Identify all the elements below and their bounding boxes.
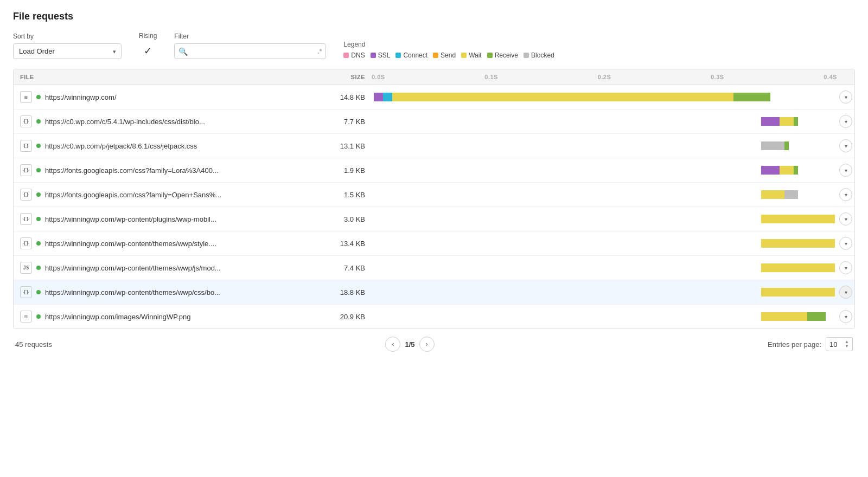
table-row: {} https://fonts.googleapis.com/css?fami… <box>14 158 854 183</box>
size-cell: 3.0 KB <box>317 211 372 228</box>
stepper-down-icon[interactable]: ▼ <box>845 344 849 349</box>
column-file: FILE <box>14 69 317 85</box>
timeline-bar-container <box>374 190 835 199</box>
column-timeline: 0.0s0.1s0.2s0.3s0.4s <box>372 69 837 85</box>
expand-button[interactable]: ▾ <box>839 188 852 201</box>
file-cell: {} https://fonts.googleapis.com/css?fami… <box>14 160 317 181</box>
file-url[interactable]: https://winningwp.com/images/WinningWP.p… <box>45 313 191 321</box>
size-cell: 14.8 KB <box>317 89 372 106</box>
file-cell: {} https://c0.wp.com/c/5.4.1/wp-includes… <box>14 111 317 132</box>
legend-item-connect: Connect <box>395 51 427 59</box>
legend-item-wait: Wait <box>461 51 482 59</box>
size-cell: 13.1 KB <box>317 138 372 154</box>
legend-item-send: Send <box>433 51 456 59</box>
entries-stepper[interactable]: 10 ▲ ▼ <box>826 337 853 351</box>
table-row: ⊞ https://winningwp.com/ 14.8 KB▾ <box>14 85 854 109</box>
timeline-segment <box>374 93 383 101</box>
legend-label-ssl: SSL <box>378 51 391 59</box>
next-page-button[interactable]: › <box>419 337 435 352</box>
table-row: {} https://winningwp.com/wp-content/plug… <box>14 207 854 231</box>
timeline-segment <box>784 190 799 199</box>
expand-button[interactable]: ▾ <box>839 310 852 323</box>
stepper-arrows[interactable]: ▲ ▼ <box>845 340 849 349</box>
expand-cell: ▾ <box>837 283 854 301</box>
timeline-cell <box>372 183 837 207</box>
status-dot <box>36 217 41 221</box>
file-cell: JS https://winningwp.com/wp-content/them… <box>14 257 317 278</box>
sort-by-label: Sort by <box>13 33 122 40</box>
table-header: FILE SIZE 0.0s0.1s0.2s0.3s0.4s <box>14 69 854 85</box>
file-type-icon: {} <box>20 115 32 127</box>
prev-page-button[interactable]: ‹ <box>385 337 400 352</box>
file-cell: {} https://winningwp.com/wp-content/them… <box>14 233 317 254</box>
file-requests-table: FILE SIZE 0.0s0.1s0.2s0.3s0.4s ⊞ https:/… <box>13 69 855 329</box>
legend-color-send <box>433 53 438 58</box>
status-dot <box>36 241 41 246</box>
expand-button[interactable]: ▾ <box>839 212 852 225</box>
timeline-segment <box>761 263 835 272</box>
size-cell: 1.5 KB <box>317 186 372 203</box>
file-url[interactable]: https://c0.wp.com/c/5.4.1/wp-includes/cs… <box>45 118 205 126</box>
file-url[interactable]: https://winningwp.com/wp-content/themes/… <box>45 288 220 296</box>
timeline-cell <box>372 231 837 255</box>
expand-button[interactable]: ▾ <box>839 115 852 128</box>
expand-button[interactable]: ▾ <box>839 139 852 152</box>
timeline-segment <box>733 93 770 101</box>
table-row: {} https://winningwp.com/wp-content/them… <box>14 280 854 305</box>
timeline-bar-container <box>374 312 835 321</box>
sort-by-select[interactable]: Load Order File Size Duration <box>13 43 122 59</box>
timeline-cell <box>372 158 837 182</box>
legend-color-wait <box>461 53 467 58</box>
expand-button[interactable]: ▾ <box>839 261 852 274</box>
size-cell: 20.9 KB <box>317 308 372 325</box>
timeline-segment <box>761 312 807 321</box>
timeline-cell <box>372 109 837 133</box>
timeline-segment <box>392 93 733 101</box>
legend-label-send: Send <box>441 51 456 59</box>
file-url[interactable]: https://c0.wp.com/p/jetpack/8.6.1/css/je… <box>45 142 197 150</box>
timeline-cell <box>372 85 837 109</box>
file-type-icon: {} <box>20 164 32 176</box>
column-expand <box>837 69 854 85</box>
file-url[interactable]: https://winningwp.com/wp-content/plugins… <box>45 215 216 223</box>
file-url[interactable]: https://winningwp.com/ <box>45 93 117 101</box>
legend-item-blocked: Blocked <box>524 51 554 59</box>
table-row: JS https://winningwp.com/wp-content/them… <box>14 256 854 280</box>
rising-label: Rising <box>139 32 157 40</box>
legend-item-ssl: SSL <box>371 51 391 59</box>
file-cell: {} https://winningwp.com/wp-content/them… <box>14 282 317 302</box>
file-url[interactable]: https://fonts.googleapis.com/css?family=… <box>45 166 219 175</box>
column-size: SIZE <box>317 69 372 85</box>
status-dot <box>36 266 41 270</box>
file-cell: ⊞ https://winningwp.com/ <box>14 87 317 107</box>
expand-button[interactable]: ▾ <box>839 91 852 104</box>
expand-button[interactable]: ▾ <box>839 164 852 177</box>
file-cell: {} https://winningwp.com/wp-content/plug… <box>14 209 317 229</box>
legend-color-ssl <box>371 53 376 58</box>
legend-label-blocked: Blocked <box>531 51 554 59</box>
timeline-tick: 0.1s <box>484 74 498 80</box>
timeline-segment <box>807 312 826 321</box>
timeline-bar-container <box>374 117 835 126</box>
expand-button[interactable]: ▾ <box>839 237 852 250</box>
size-cell: 7.4 KB <box>317 260 372 276</box>
entries-value: 10 <box>829 340 837 349</box>
file-url[interactable]: https://winningwp.com/wp-content/themes/… <box>45 240 216 248</box>
size-cell: 1.9 KB <box>317 162 372 179</box>
legend-color-dns <box>343 53 349 58</box>
timeline-segment <box>784 141 789 150</box>
rising-checkmark[interactable]: ✓ <box>142 43 154 59</box>
status-dot <box>36 314 41 319</box>
file-cell: {} https://c0.wp.com/p/jetpack/8.6.1/css… <box>14 136 317 156</box>
legend-item-dns: DNS <box>343 51 365 59</box>
filter-input[interactable] <box>174 43 326 59</box>
requests-count: 45 requests <box>15 340 52 349</box>
status-dot <box>36 95 41 99</box>
file-url[interactable]: https://winningwp.com/wp-content/themes/… <box>45 264 221 272</box>
expand-button[interactable]: ▾ <box>839 286 852 299</box>
size-cell: 13.4 KB <box>317 235 372 252</box>
table-row: {} https://fonts.googleapis.com/css?fami… <box>14 183 854 207</box>
entries-per-page-label: Entries per page: <box>768 340 821 349</box>
file-url[interactable]: https://fonts.googleapis.com/css?family=… <box>45 191 221 199</box>
timeline-cell <box>372 280 837 304</box>
